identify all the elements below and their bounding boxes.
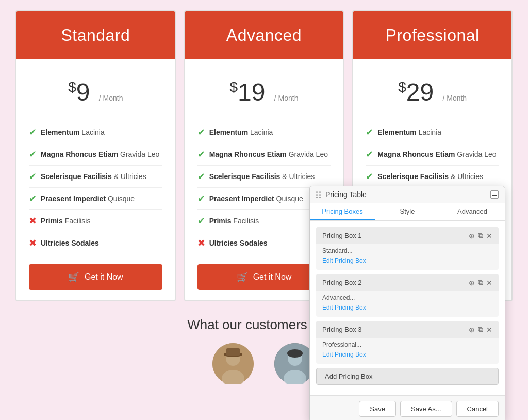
feature-text: Scelerisque Facilisis & Ultricies <box>377 172 483 181</box>
edit-pricing-box-link-1[interactable]: Edit Pricing Box <box>322 257 366 264</box>
pricing-table-panel: Pricing Table — Pricing Boxes Style Adva… <box>309 186 505 420</box>
move-icon-3[interactable]: ⊕ <box>469 326 475 334</box>
tab-label-pricing-boxes: Pricing Boxes <box>322 207 362 215</box>
price-period-professional: / Month <box>442 94 467 102</box>
cross-icon: ✖ <box>29 237 37 249</box>
svg-point-8 <box>287 349 303 358</box>
avatar-1 <box>212 343 254 384</box>
panel-titlebar: Pricing Table — <box>310 186 505 203</box>
check-icon: ✔ <box>29 193 37 204</box>
feature-item: ✔ Magna Rhoncus Etiam Gravida Leo <box>197 143 331 166</box>
pricing-box-header-1: Pricing Box 1 ⊕ ⧉ ✕ <box>316 227 499 244</box>
feature-item: ✔ Scelerisque Facilisis & Ultricies <box>366 166 499 188</box>
pricing-box-title-2: Pricing Box 2 <box>322 279 362 286</box>
feature-text: Ultricies Sodales <box>209 239 268 247</box>
minimize-icon: — <box>492 192 497 198</box>
feature-text: Magna Rhoncus Etiam Gravida Leo <box>377 150 496 158</box>
card-header-professional: Professional <box>353 11 512 59</box>
cross-icon: ✖ <box>29 215 37 227</box>
panel-footer: Save Save As... Cancel <box>310 395 505 420</box>
price-amount-advanced: $19 <box>229 78 272 106</box>
copy-icon-2[interactable]: ⧉ <box>478 278 483 287</box>
price-row-professional: $29 / Month <box>366 70 499 117</box>
feature-text: Elementum Lacinia <box>209 128 273 136</box>
delete-icon-2[interactable]: ✕ <box>486 279 492 287</box>
get-it-now-button-standard[interactable]: 🛒 Get it Now <box>29 264 162 290</box>
check-icon: ✔ <box>29 171 37 182</box>
cancel-button[interactable]: Cancel <box>456 401 499 417</box>
pricing-card-standard: Standard $9 / Month ✔ Elementum Lacinia … <box>15 10 176 301</box>
feature-text: Elementum Lacinia <box>41 128 105 136</box>
feature-item: ✔ Magna Rhoncus Etiam Gravida Leo <box>29 143 162 166</box>
pricing-box-body-2: Advanced... Edit Pricing Box <box>316 291 499 317</box>
check-icon: ✔ <box>29 126 37 138</box>
card-header-advanced: Advanced <box>185 11 343 59</box>
button-label-advanced: Get it Now <box>253 272 292 282</box>
save-button[interactable]: Save <box>359 401 396 417</box>
add-pricing-box-button[interactable]: Add Pricing Box <box>316 368 499 385</box>
panel-minimize-button[interactable]: — <box>490 190 499 199</box>
pricing-box-name-1: Standard... <box>322 247 492 254</box>
pricing-box-title-3: Pricing Box 3 <box>322 326 362 333</box>
pricing-box-actions-1: ⊕ ⧉ ✕ <box>469 231 492 240</box>
price-amount-professional: $29 <box>398 78 440 106</box>
cross-icon: ✖ <box>197 237 205 249</box>
pricing-box-item-2: Pricing Box 2 ⊕ ⧉ ✕ Advanced... Edit Pri… <box>316 274 499 317</box>
feature-item: ✖ Primis Facilisis <box>29 210 162 232</box>
check-icon: ✔ <box>29 149 37 160</box>
tab-pricing-boxes[interactable]: Pricing Boxes <box>310 203 375 220</box>
move-icon-2[interactable]: ⊕ <box>469 279 475 287</box>
pricing-box-actions-3: ⊕ ⧉ ✕ <box>469 325 492 334</box>
pricing-box-header-2: Pricing Box 2 ⊕ ⧉ ✕ <box>316 274 499 291</box>
price-period-standard: / Month <box>99 94 123 102</box>
card-title-advanced: Advanced <box>226 26 302 44</box>
cart-icon: 🛒 <box>237 271 248 283</box>
tab-style[interactable]: Style <box>375 203 440 220</box>
panel-tabs: Pricing Boxes Style Advanced <box>310 203 505 221</box>
save-as-button[interactable]: Save As... <box>400 401 452 417</box>
feature-item: ✔ Magna Rhoncus Etiam Gravida Leo <box>366 143 499 166</box>
card-title-standard: Standard <box>61 26 130 44</box>
feature-text: Praesent Imperdiet Quisque <box>41 195 135 203</box>
pricing-box-header-3: Pricing Box 3 ⊕ ⧉ ✕ <box>316 321 499 338</box>
feature-text: Scelerisque Facilisis & Ultricies <box>41 172 146 181</box>
copy-icon-1[interactable]: ⧉ <box>478 231 483 240</box>
svg-rect-4 <box>226 348 240 356</box>
pricing-box-title-1: Pricing Box 1 <box>322 232 362 239</box>
panel-title: Pricing Table <box>325 190 367 199</box>
feature-text: Primis Facilisis <box>41 217 90 225</box>
feature-text: Magna Rhoncus Etiam Gravida Leo <box>209 150 328 158</box>
pricing-box-name-2: Advanced... <box>322 294 492 301</box>
check-icon: ✔ <box>197 193 205 204</box>
feature-text: Ultricies Sodales <box>41 239 99 247</box>
check-icon: ✔ <box>366 149 373 160</box>
price-amount-standard: $9 <box>68 78 97 106</box>
feature-item: ✔ Elementum Lacinia <box>366 121 499 143</box>
edit-pricing-box-link-2[interactable]: Edit Pricing Box <box>322 304 366 311</box>
drag-handle[interactable] <box>316 191 321 198</box>
feature-text: Scelerisque Facilisis & Ultricies <box>209 172 315 181</box>
price-row-advanced: $19 / Month <box>197 70 331 117</box>
pricing-box-item-1: Pricing Box 1 ⊕ ⧉ ✕ Standard... Edit Pri… <box>316 227 499 270</box>
card-body-standard: $9 / Month ✔ Elementum Lacinia ✔ Magna R… <box>16 59 175 300</box>
tab-label-advanced: Advanced <box>457 207 487 215</box>
pricing-box-body-1: Standard... Edit Pricing Box <box>316 244 499 270</box>
edit-pricing-box-link-3[interactable]: Edit Pricing Box <box>322 351 366 358</box>
pricing-box-name-3: Professional... <box>322 341 492 348</box>
price-row-standard: $9 / Month <box>29 70 162 117</box>
check-icon: ✔ <box>366 171 373 182</box>
move-icon-1[interactable]: ⊕ <box>469 232 475 240</box>
check-icon: ✔ <box>197 171 205 182</box>
feature-item: ✔ Scelerisque Facilisis & Ultricies <box>197 166 331 188</box>
panel-content: Pricing Box 1 ⊕ ⧉ ✕ Standard... Edit Pri… <box>310 221 505 395</box>
card-title-professional: Professional <box>386 26 480 44</box>
delete-icon-1[interactable]: ✕ <box>486 232 492 240</box>
feature-text: Magna Rhoncus Etiam Gravida Leo <box>41 150 159 158</box>
pricing-box-actions-2: ⊕ ⧉ ✕ <box>469 278 492 287</box>
copy-icon-3[interactable]: ⧉ <box>478 325 483 334</box>
check-icon: ✔ <box>197 149 205 160</box>
page-wrapper: Standard $9 / Month ✔ Elementum Lacinia … <box>0 0 528 420</box>
check-icon: ✔ <box>197 215 205 227</box>
delete-icon-3[interactable]: ✕ <box>486 326 492 334</box>
tab-advanced[interactable]: Advanced <box>440 203 505 220</box>
